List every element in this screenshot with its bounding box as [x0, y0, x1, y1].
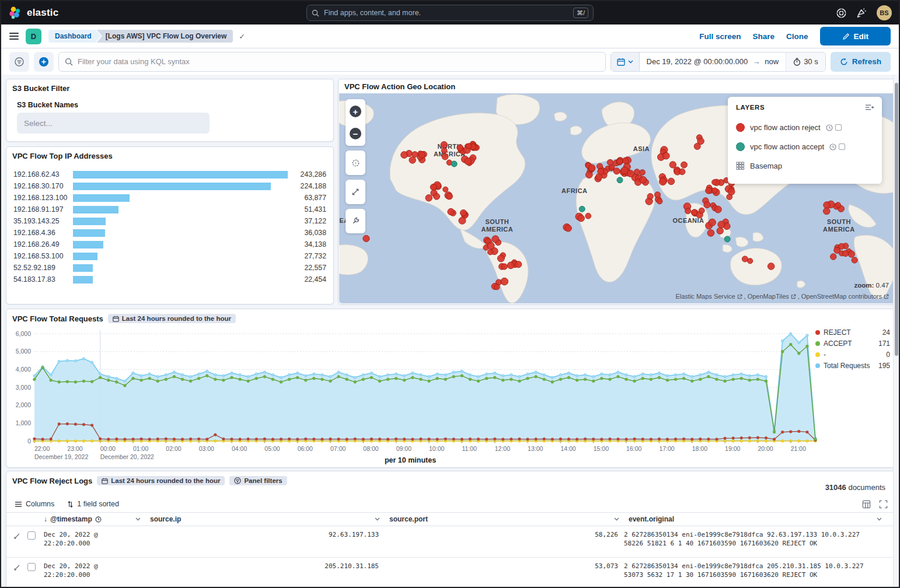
time-badge[interactable]: Last 24 hours rounded to the hour	[108, 314, 236, 323]
global-search[interactable]: ⌘/	[306, 5, 594, 21]
time-range-start[interactable]: Dec 19, 2022 @ 00:00:00.000	[647, 57, 748, 66]
expand-row-button[interactable]	[13, 563, 24, 573]
layer-checkbox[interactable]	[835, 124, 842, 131]
attribution-link[interactable]: OpenMapTiles	[748, 293, 789, 300]
ip-count-value: 37,122	[291, 217, 326, 225]
chevron-down-icon[interactable]	[375, 517, 380, 521]
event-original-cell: 2 627286350134 eni-0e1999c8e7918dfca 205…	[624, 562, 887, 579]
row-checkbox[interactable]	[27, 563, 36, 571]
sort-desc-icon: ↓	[44, 515, 47, 523]
s3-bucket-select[interactable]: Select...	[17, 113, 210, 134]
saved-query-button[interactable]	[9, 52, 29, 72]
layer-checkbox[interactable]	[839, 144, 845, 150]
expand-row-button[interactable]	[13, 531, 24, 542]
legend-item[interactable]: REJECT24	[815, 327, 890, 338]
reject-marker	[681, 162, 688, 168]
column-header-timestamp[interactable]: ↓@timestamp	[39, 515, 145, 523]
ip-bar-row[interactable]: 192.168.30.170224,188	[13, 180, 326, 192]
map-set-view-button[interactable]	[346, 154, 365, 172]
layer-item[interactable]: vpc flow action reject	[736, 118, 874, 137]
legend-item[interactable]: Total Requests195	[815, 360, 890, 371]
reject-marker	[494, 284, 500, 290]
reject-marker	[640, 176, 647, 183]
ip-count-value: 51,431	[291, 205, 326, 214]
time-range-end[interactable]: now	[765, 57, 779, 66]
reject-marker	[704, 201, 710, 208]
reject-marker	[852, 257, 857, 263]
layer-item[interactable]: Basemap	[736, 156, 874, 176]
x-axis-tick-label: 15:00	[594, 445, 609, 452]
clone-button[interactable]: Clone	[786, 32, 808, 41]
share-button[interactable]: Share	[752, 32, 775, 41]
chevron-down-icon[interactable]	[877, 517, 882, 521]
attribution-link[interactable]: OpenStreetMap contributors	[801, 293, 882, 300]
elastic-logo[interactable]: elastic	[8, 6, 58, 20]
date-picker-button[interactable]	[611, 52, 640, 71]
sort-fields-button[interactable]: 1 field sorted	[67, 500, 119, 508]
ip-address-label: 192.168.26.49	[13, 240, 69, 249]
ip-address-label: 192.168.53.100	[13, 252, 69, 260]
legend-item[interactable]: -0	[815, 349, 890, 360]
ip-bar-row[interactable]: 35.193.143.2537,122	[13, 215, 326, 227]
columns-button[interactable]: Columns	[15, 500, 54, 508]
global-header: elastic ⌘/	[1, 1, 899, 24]
help-icon[interactable]	[836, 8, 847, 19]
ip-bar-row[interactable]: 192.168.26.4934,138	[13, 239, 326, 250]
add-filter-button[interactable]	[34, 52, 54, 72]
reject-marker	[448, 208, 454, 215]
column-header-sourceport[interactable]: source.port	[385, 515, 624, 523]
collapse-panel-icon[interactable]	[865, 104, 874, 111]
chevron-down-icon[interactable]	[614, 517, 619, 521]
legend-item[interactable]: ACCEPT171	[815, 338, 890, 349]
page-scrollbar[interactable]	[893, 75, 899, 587]
breadcrumb-dashboard[interactable]: Dashboard	[48, 30, 101, 43]
attribution-link[interactable]: Elastic Maps Service	[675, 293, 735, 300]
scrollbar-thumb[interactable]	[895, 83, 898, 356]
ip-bar-row[interactable]: 52.52.92.18922,557	[13, 262, 326, 274]
chevron-down-icon[interactable]	[135, 517, 141, 521]
column-header-eventoriginal[interactable]: event.original	[624, 515, 887, 523]
ip-bar-row[interactable]: 192.168.123.10063,877	[13, 192, 326, 204]
x-axis-tick-label: 21:00	[791, 445, 806, 452]
edit-button[interactable]: Edit	[820, 27, 891, 46]
full-screen-button[interactable]: Full screen	[699, 32, 741, 41]
ip-bar-row[interactable]: 54.183.17.8322,454	[13, 274, 326, 285]
ip-bar-row[interactable]: 192.168.4.3636,038	[13, 227, 326, 239]
reject-marker	[709, 219, 716, 226]
table-row[interactable]: Dec 20, 2022 @ 22:20:20.00092.63.197.133…	[6, 526, 896, 558]
ip-bar-row[interactable]: 192.168.53.10027,732	[13, 250, 326, 262]
display-options-icon[interactable]	[862, 500, 871, 509]
table-row[interactable]: Dec 20, 2022 @ 22:20:20.000205.210.31.18…	[6, 558, 896, 588]
newsfeed-icon[interactable]	[856, 8, 867, 19]
ip-address-label: 192.168.123.100	[13, 194, 69, 202]
global-search-input[interactable]	[324, 9, 568, 17]
refresh-button[interactable]: Refresh	[831, 52, 891, 72]
map-tools-button[interactable]	[346, 212, 365, 230]
dashboard-app-icon[interactable]: D	[26, 29, 41, 44]
row-checkbox[interactable]	[27, 531, 36, 540]
total-requests-chart[interactable]: 01,0002,0003,0004,0005,0006,00022:00Dece…	[8, 326, 819, 462]
kql-filter-input[interactable]	[78, 57, 599, 66]
stopwatch-icon	[793, 58, 801, 66]
menu-icon[interactable]	[9, 33, 19, 40]
map-zoom-out-button[interactable]: −	[346, 125, 365, 142]
user-avatar[interactable]: BS	[877, 5, 892, 20]
reject-marker	[598, 169, 604, 175]
time-badge[interactable]: Last 24 hours rounded to the hour	[97, 476, 225, 485]
reject-marker	[824, 202, 831, 209]
map-zoom-in-button[interactable]: +	[346, 103, 365, 120]
refresh-interval-button[interactable]: 30 s	[786, 52, 825, 71]
reject-marker	[565, 225, 571, 232]
map-region-label: SOUTHAMERICA	[823, 218, 855, 233]
column-header-sourceip[interactable]: source.ip	[145, 515, 385, 523]
fullscreen-icon[interactable]	[879, 500, 888, 509]
ip-bar-row[interactable]: 192.168.62.43243,286	[13, 169, 326, 180]
map-region-label: AFRICA	[561, 187, 587, 194]
x-axis-tick-label: 10:00	[429, 445, 444, 452]
reject-marker	[446, 193, 453, 200]
bar	[73, 253, 97, 260]
map-fit-data-button[interactable]	[346, 183, 365, 201]
layer-item[interactable]: vpc flow action accept	[736, 137, 874, 156]
ip-bar-row[interactable]: 192.168.91.19751,431	[13, 204, 326, 215]
panel-filters-badge[interactable]: Panel filters	[229, 476, 287, 485]
